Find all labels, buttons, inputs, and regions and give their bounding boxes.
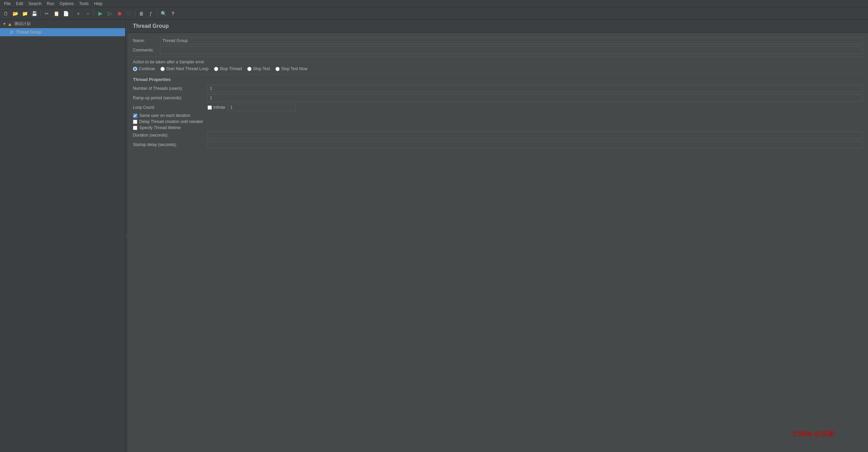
panel-title: Thread Group [133,23,169,29]
toolbar: 🗋 📂 📁 💾 ✂ 📋 📄 + − ▶ ▷ ⬤ ⬛ 🗑 ƒ 🔍 ? [0,7,868,20]
watermark: CSDN @云采 [793,429,834,438]
radio-continue-label: Continue [139,66,155,71]
radio-start-next-input[interactable] [160,67,165,71]
duration-input[interactable] [208,131,863,139]
sidebar: ▼ ▲ 测试计划 ⚙ Thread Group [0,20,125,452]
duration-row: Duration (seconds): [133,131,863,139]
tree-chevron-root: ▼ [3,22,6,26]
radio-start-next-label: Start Next Thread Loop [166,66,209,71]
radio-continue-input[interactable] [133,67,137,71]
form-section: Name: Comments: Action to be taken after… [127,33,868,155]
search-button[interactable]: 🔍 [159,9,168,18]
num-threads-row: Number of Threads (users): [133,85,863,92]
tree-root-label: 测试计划 [14,21,31,27]
test-plan-icon: ▲ [7,21,12,27]
play-button[interactable]: ▶ [96,9,105,18]
remove-button[interactable]: − [83,9,92,18]
loop-count-label: Loop Count: [133,105,208,110]
play-no-pause-button[interactable]: ▷ [105,9,114,18]
menu-options[interactable]: Options [57,1,76,7]
radio-stop-test-label: Stop Test [253,66,270,71]
copy-button[interactable]: 📋 [52,9,61,18]
tree-item-thread-group[interactable]: ⚙ Thread Group [0,28,125,36]
tree-root-test-plan[interactable]: ▼ ▲ 测试计划 [0,20,125,28]
cut-button[interactable]: ✂ [42,9,51,18]
same-user-checkbox-label[interactable]: Same user on each iteration [133,113,863,118]
loop-count-row: Loop Count: Infinite [133,104,863,111]
startup-delay-label: Startup delay (seconds): [133,142,208,147]
action-label: Action to be taken after a Sampler error [133,60,863,64]
delay-creation-checkbox-label[interactable]: Delay Thread creation until needed [133,119,863,124]
rampup-input[interactable] [208,94,863,102]
same-user-label: Same user on each iteration [139,113,190,118]
radio-stop-test[interactable]: Stop Test [247,66,270,71]
startup-delay-input[interactable] [208,141,863,148]
stop-now-button[interactable]: ⬛ [124,9,133,18]
rampup-row: Ramp-up period (seconds): [133,94,863,102]
specify-lifetime-label: Specify Thread lifetime [139,125,181,130]
menu-file[interactable]: File [1,1,13,7]
function-helper-button[interactable]: ƒ [146,9,155,18]
same-user-checkbox[interactable] [133,114,137,118]
toolbar-separator-5 [157,10,157,17]
content-area: Thread Group Name: Comments: Action to b… [127,20,868,452]
startup-delay-row: Startup delay (seconds): [133,141,863,148]
radio-stop-test-now[interactable]: Stop Test Now [275,66,307,71]
resize-dot-3 [126,237,127,238]
radio-stop-thread[interactable]: Stop Thread [214,66,242,71]
num-threads-input[interactable] [208,85,863,92]
radio-stop-test-now-input[interactable] [275,67,280,71]
resize-dots [126,234,127,238]
delay-creation-checkbox[interactable] [133,120,137,124]
toolbar-separator-2 [72,10,72,17]
open-button[interactable]: 📁 [20,9,29,18]
radio-stop-test-input[interactable] [247,67,252,71]
radio-continue[interactable]: Continue [133,66,155,71]
thread-properties-title: Thread Properties [133,77,863,82]
resize-dot-1 [126,234,127,234]
specify-lifetime-checkbox[interactable] [133,126,137,130]
clear-all-button[interactable]: 🗑 [137,9,146,18]
name-label: Name: [133,38,160,43]
name-input[interactable] [160,37,863,44]
open-templates-button[interactable]: 📂 [11,9,20,18]
new-button[interactable]: 🗋 [1,9,10,18]
radio-stop-thread-input[interactable] [214,67,218,71]
paste-button[interactable]: 📄 [61,9,70,18]
radio-stop-test-now-label: Stop Test Now [281,66,307,71]
divider-2 [133,74,863,74]
num-threads-label: Number of Threads (users): [133,86,208,91]
radio-start-next[interactable]: Start Next Thread Loop [160,66,209,71]
specify-lifetime-checkbox-label[interactable]: Specify Thread lifetime [133,125,863,130]
main-layout: ▼ ▲ 测试计划 ⚙ Thread Group Thread Group Nam… [0,20,868,452]
thread-group-icon: ⚙ [9,29,14,35]
tree-item-thread-group-label: Thread Group [16,30,41,35]
infinite-checkbox-label[interactable]: Infinite [208,105,225,110]
toolbar-separator-1 [40,10,41,17]
menu-help[interactable]: Help [91,1,105,7]
toolbar-separator-4 [135,10,135,17]
menu-run[interactable]: Run [44,1,57,7]
stop-button[interactable]: ⬤ [115,9,124,18]
resize-dot-2 [126,235,127,236]
infinite-checkbox[interactable] [208,105,212,110]
menu-tools[interactable]: Tools [76,1,91,7]
comments-input[interactable] [160,46,863,54]
comments-label: Comments: [133,48,160,53]
menu-search[interactable]: Search [26,1,44,7]
radio-group-action: Continue Start Next Thread Loop Stop Thr… [133,66,863,71]
comments-row: Comments: [133,46,863,54]
menu-edit[interactable]: Edit [13,1,26,7]
infinite-label: Infinite [213,105,225,110]
rampup-label: Ramp-up period (seconds): [133,96,208,100]
add-button[interactable]: + [74,9,83,18]
save-button[interactable]: 💾 [30,9,39,18]
delay-creation-label: Delay Thread creation until needed [139,119,203,124]
menubar: File Edit Search Run Options Tools Help [0,0,868,7]
loop-count-input[interactable] [228,104,296,111]
toolbar-separator-3 [94,10,94,17]
duration-label: Duration (seconds): [133,133,208,138]
radio-stop-thread-label: Stop Thread [220,66,242,71]
help-button[interactable]: ? [169,9,177,18]
divider-1 [133,57,863,57]
